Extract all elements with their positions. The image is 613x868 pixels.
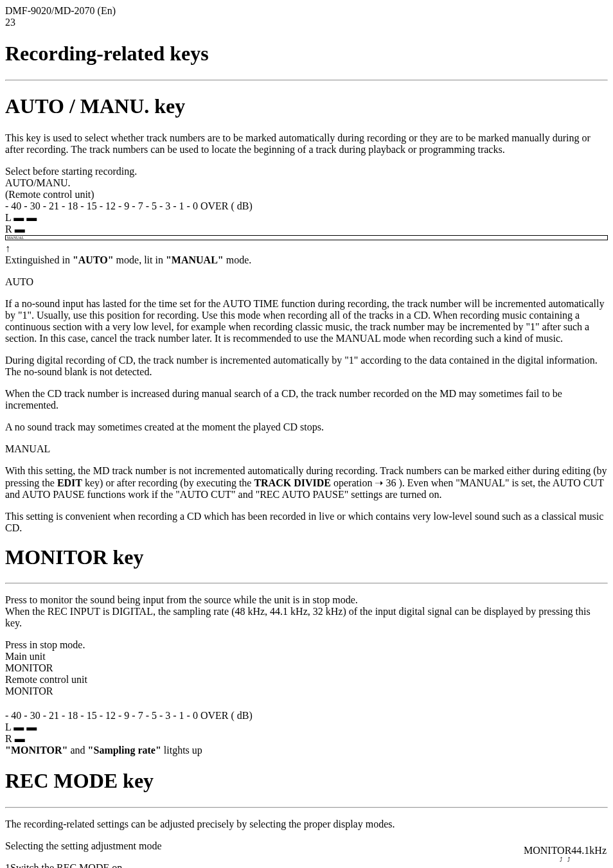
monitor-meter-panel: - 40 - 30 - 21 - 18 - 15 - 12 - 9 - 7 - … <box>5 710 608 745</box>
panel-title: Select before starting recording. <box>5 166 608 177</box>
auto-heading: AUTO <box>5 276 608 288</box>
auto-paragraph-1: If a no-sound input has lasted for the t… <box>5 298 608 344</box>
monitor-sublabel: MONITOR <box>5 662 608 674</box>
recmode-steps-panel: 1Switch the REC MODE on. REC MODE /CHARA… <box>5 862 608 868</box>
panel-select-before-recording: Select before starting recording. AUTO/M… <box>5 166 608 200</box>
heading-recording-keys: Recording-related keys <box>5 42 608 66</box>
auto-paragraph-2: During digital recording of CD, the trac… <box>5 355 608 378</box>
remote-control-label: (Remote control unit) <box>5 189 608 200</box>
manual-paragraph-1: With this setting, the MD track number i… <box>5 465 608 500</box>
monitor-panel: Press in stop mode. Main unit MONITOR Re… <box>5 639 608 710</box>
meter-scale: - 40 - 30 - 21 - 18 - 15 - 12 - 9 - 7 - … <box>5 710 608 722</box>
auto-manu-intro: This key is used to select whether track… <box>5 132 608 155</box>
manual-page: { "doc_id": "DMF-9020/MD-2070 (En)", "pa… <box>5 5 608 868</box>
main-unit-box: Main unit MONITOR <box>5 651 608 674</box>
main-unit-label: Main unit <box>5 651 46 662</box>
page-reference: 36 <box>386 477 396 488</box>
recmode-intro: The recording-related settings can be ad… <box>5 819 608 830</box>
meter-channel-r: R <box>5 224 12 235</box>
meter-channel-l: L <box>5 212 11 223</box>
step-1: 1Switch the REC MODE on. <box>5 862 608 868</box>
monitor-sublabel: MONITOR <box>5 686 608 697</box>
auto-paragraph-3: When the CD track number is increased du… <box>5 388 608 411</box>
meter-scale: - 40 - 30 - 21 - 18 - 15 - 12 - 9 - 7 - … <box>5 200 608 212</box>
recmode-subheading: Selecting the setting adjustment mode <box>5 840 608 852</box>
sampling-rate-indicator: 44.1kHz <box>571 845 607 856</box>
page-number: 23 <box>5 17 608 28</box>
auto-paragraph-4: A no sound track may sometimes created a… <box>5 421 608 433</box>
monitor-intro: Press to monitor the sound being input f… <box>5 594 608 629</box>
heading-rec-mode: REC MODE key <box>5 769 608 793</box>
press-stop-mode-label: Press in stop mode. <box>5 639 608 651</box>
monitor-indicator: MONITOR <box>524 845 571 856</box>
monitor-button-icon <box>5 697 36 710</box>
button-label-auto-manu: AUTO/MANU. <box>5 177 608 189</box>
doc-id: DMF-9020/MD-2070 (En) <box>5 5 608 17</box>
heading-auto-manu: AUTO / MANU. key <box>5 94 608 118</box>
manual-heading: MANUAL <box>5 443 608 455</box>
heading-monitor: MONITOR key <box>5 545 608 569</box>
remote-unit-box: Remote control unit MONITOR <box>5 674 608 710</box>
remote-unit-label: Remote control unit <box>5 674 87 685</box>
manual-paragraph-2: This setting is convenient when recordin… <box>5 511 608 534</box>
monitor-caption: "MONITOR" and "Sampling rate" litghts up <box>5 745 608 756</box>
manual-indicator: MANUAL <box>5 235 608 240</box>
level-meter-panel: - 40 - 30 - 21 - 18 - 15 - 12 - 9 - 7 - … <box>5 200 608 254</box>
meter-caption: Extinguished in "AUTO" mode, lit in "MAN… <box>5 254 608 266</box>
